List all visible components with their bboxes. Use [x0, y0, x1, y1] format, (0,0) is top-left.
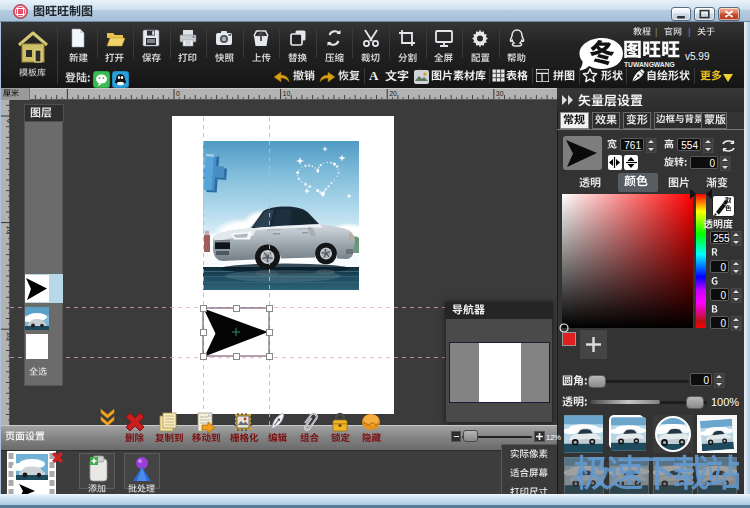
svg-text:0: 0	[176, 90, 180, 97]
svg-text:30: 30	[496, 90, 504, 97]
svg-text:20: 20	[389, 90, 397, 97]
svg-text:10: 10	[283, 90, 291, 97]
